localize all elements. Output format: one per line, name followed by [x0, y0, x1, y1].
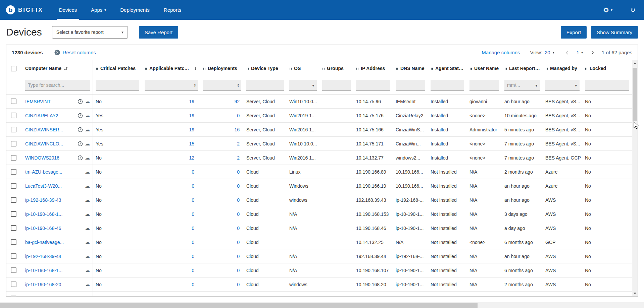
next-page-button[interactable]: [590, 50, 595, 55]
filter-user-name[interactable]: [469, 80, 499, 91]
column-header-applicable-patches[interactable]: Applicable Patches: [142, 60, 200, 76]
filter-dns-name[interactable]: [396, 80, 425, 91]
deployments-link[interactable]: 0: [237, 211, 240, 217]
applicable-patches-link[interactable]: 0: [192, 268, 194, 273]
applicable-patches-link[interactable]: 0: [192, 296, 194, 297]
filter-locked[interactable]: [585, 80, 629, 91]
deployments-link[interactable]: 16: [234, 127, 240, 132]
nav-tab-reports[interactable]: Reports: [157, 0, 189, 20]
applicable-patches-link[interactable]: 0: [192, 183, 194, 189]
deployments-link[interactable]: 0: [237, 240, 240, 245]
applicable-patches-link[interactable]: 0: [192, 226, 194, 231]
column-header-dns-name[interactable]: DNS Name: [393, 60, 428, 76]
column-header-last-report[interactable]: Last Report ...: [502, 60, 543, 76]
deployments-link[interactable]: 2: [237, 141, 240, 146]
vertical-scrollbar-thumb[interactable]: [633, 68, 637, 121]
row-checkbox[interactable]: [11, 282, 16, 287]
applicable-patches-link[interactable]: 0: [192, 282, 194, 287]
column-header-groups[interactable]: Groups: [319, 60, 353, 76]
applicable-patches-link[interactable]: 0: [192, 169, 194, 175]
manage-columns-link[interactable]: Manage columns: [482, 50, 520, 55]
column-header-agent-status[interactable]: Agent Status: [428, 60, 467, 76]
column-header-computer-name[interactable]: Computer Name: [22, 60, 93, 76]
previous-page-button[interactable]: [564, 50, 570, 55]
filter-last-report-date[interactable]: [504, 80, 540, 91]
computer-name-link[interactable]: tm-AZU-besage...: [25, 169, 62, 175]
deployments-link[interactable]: 0: [237, 254, 240, 259]
computer-name-link[interactable]: IEMSRVINT: [25, 99, 51, 104]
column-header-deployments[interactable]: Deployments: [200, 60, 244, 76]
sort-icon[interactable]: [63, 66, 68, 71]
export-button[interactable]: Export: [561, 26, 587, 39]
row-checkbox[interactable]: [11, 155, 16, 161]
scroll-down-button[interactable]: [632, 291, 638, 296]
row-checkbox[interactable]: [11, 141, 16, 146]
favorite-report-select[interactable]: Select a favorite report ▾: [52, 26, 128, 39]
drag-handle-icon[interactable]: [396, 66, 398, 70]
number-stepper-icon[interactable]: ▴▾: [237, 83, 239, 88]
filter-managed-by[interactable]: [545, 80, 580, 91]
drag-handle-icon[interactable]: [469, 66, 472, 70]
applicable-patches-link[interactable]: 19: [189, 99, 194, 104]
drag-handle-icon[interactable]: [289, 66, 292, 70]
column-header-device-type[interactable]: Device Type: [244, 60, 287, 76]
reset-columns-button[interactable]: Reset columns: [54, 50, 96, 55]
computer-name-link[interactable]: ip-10-190-168-1...: [25, 268, 62, 273]
drag-handle-icon[interactable]: [356, 66, 359, 70]
applicable-patches-link[interactable]: 0: [192, 197, 194, 203]
applicable-patches-link[interactable]: 0: [192, 211, 194, 217]
computer-name-link[interactable]: ip-10-190-168-2...: [25, 296, 62, 297]
save-report-button[interactable]: Save Report: [139, 26, 178, 39]
row-checkbox[interactable]: [11, 113, 16, 118]
nav-tab-apps[interactable]: Apps ▾: [84, 0, 113, 20]
row-checkbox[interactable]: [11, 253, 16, 259]
deployments-link[interactable]: 92: [234, 99, 240, 104]
applicable-patches-link[interactable]: 12: [189, 155, 194, 161]
column-header-locked[interactable]: Locked: [582, 60, 632, 76]
row-checkbox[interactable]: [11, 197, 16, 203]
number-stepper-icon[interactable]: ▴▾: [194, 83, 196, 88]
column-header-ip-address[interactable]: IP Address: [353, 60, 393, 76]
horizontal-scrollbar-thumb[interactable]: [0, 303, 478, 308]
drag-handle-icon[interactable]: [96, 66, 98, 70]
computer-name-link[interactable]: ip-10-190-168-1...: [25, 211, 62, 217]
column-header-user-name[interactable]: User Name: [467, 60, 502, 76]
gear-icon[interactable]: ⚙: [603, 7, 609, 13]
row-checkbox[interactable]: [11, 169, 16, 175]
page-number-select[interactable]: 1 ▾: [577, 50, 583, 55]
horizontal-scrollbar[interactable]: [0, 302, 644, 308]
row-checkbox[interactable]: [11, 296, 16, 296]
deployments-link[interactable]: 0: [237, 113, 240, 118]
chevron-down-icon[interactable]: ▾: [312, 83, 314, 87]
deployments-link[interactable]: 0: [237, 282, 240, 287]
sort-descending-icon[interactable]: [193, 66, 198, 71]
nav-tab-devices[interactable]: Devices: [52, 0, 84, 20]
row-checkbox[interactable]: [11, 225, 16, 231]
filter-deployments[interactable]: [203, 80, 241, 91]
nav-tab-deployments[interactable]: Deployments: [113, 0, 157, 20]
vertical-scrollbar[interactable]: [632, 60, 638, 296]
applicable-patches-link[interactable]: 19: [189, 113, 194, 118]
filter-device-type[interactable]: [246, 80, 284, 91]
deployments-link[interactable]: 2: [237, 155, 240, 161]
computer-name-link[interactable]: CINZIARELAY2: [25, 113, 58, 118]
scroll-up-button[interactable]: [632, 60, 638, 66]
computer-name-link[interactable]: ba-gcl-nativeage...: [25, 240, 64, 245]
applicable-patches-link[interactable]: 0: [192, 254, 194, 259]
filter-agent-status[interactable]: [431, 80, 464, 91]
column-header-critical-patches[interactable]: Critical Patches: [93, 60, 142, 76]
search-input[interactable]: [25, 80, 90, 91]
filter-ip-address[interactable]: [356, 80, 390, 91]
computer-name-link[interactable]: ip-192-168-39-43: [25, 197, 61, 203]
filter-groups[interactable]: [322, 80, 351, 91]
computer-name-link[interactable]: WINDOWS2016: [25, 155, 59, 161]
deployments-link[interactable]: 0: [237, 226, 240, 231]
drag-handle-icon[interactable]: [322, 66, 325, 70]
computer-name-link[interactable]: CINZIAWINCLO...: [25, 141, 63, 146]
drag-handle-icon[interactable]: [203, 66, 206, 70]
applicable-patches-link[interactable]: 0: [192, 240, 194, 245]
row-checkbox[interactable]: [11, 183, 16, 189]
filter-critical-patches[interactable]: [96, 80, 139, 91]
select-all-checkbox[interactable]: [11, 66, 16, 71]
drag-handle-icon[interactable]: [585, 66, 588, 70]
